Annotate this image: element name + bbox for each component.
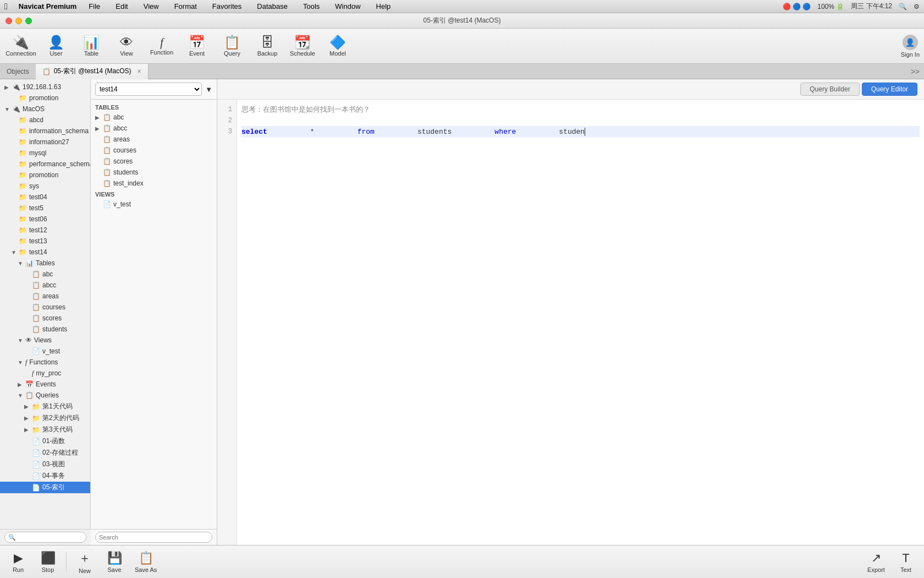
menu-help[interactable]: Help — [373, 1, 394, 12]
middle-table-courses[interactable]: 📋 courses — [91, 145, 217, 156]
menu-tools[interactable]: Tools — [300, 1, 323, 12]
sidebar-item-04-trans[interactable]: 📄 04-事务 — [0, 470, 90, 482]
sidebar-item-queries[interactable]: ▼ 📋 Queries — [0, 390, 90, 401]
sidebar-item-promotion-1[interactable]: 📁 promotion — [0, 92, 90, 103]
editor-area: Query Builder Query Editor 1 2 3 思考：在图书馆… — [217, 79, 924, 545]
expand-icon: ▶ — [24, 427, 31, 433]
menu-favorites[interactable]: Favorites — [209, 1, 245, 12]
sidebar-item-abcd[interactable]: 📁 abcd — [0, 114, 90, 126]
sidebar-item-test13[interactable]: 📁 test13 — [0, 236, 90, 247]
save-button[interactable]: 💾 Save — [101, 549, 128, 575]
tabbar-expand-icon[interactable]: >> — [911, 67, 924, 76]
maximize-button[interactable] — [25, 18, 32, 24]
sidebar-item-03-view[interactable]: 📄 03-视图 — [0, 459, 90, 470]
stop-button[interactable]: ⬛ Stop — [34, 549, 62, 575]
code-editor[interactable]: 1 2 3 思考：在图书馆中是如何找到一本书的？ select * from s… — [217, 100, 924, 545]
sidebar-item-test06[interactable]: 📁 test06 — [0, 214, 90, 225]
sidebar-item-courses[interactable]: 📋 courses — [0, 302, 90, 313]
sign-in-button[interactable]: 👤 Sign In — [901, 35, 920, 58]
sidebar-item-macos[interactable]: ▼ 🔌 MacOS — [0, 103, 90, 114]
run-button[interactable]: ▶ Run — [4, 549, 32, 575]
table-name: students — [417, 128, 452, 136]
sidebar-item-views[interactable]: ▼ 👁 Views — [0, 335, 90, 346]
minimize-button[interactable] — [15, 18, 22, 24]
middle-table-areas[interactable]: 📋 areas — [91, 134, 217, 145]
sidebar-item-day2[interactable]: ▶ 📁 第2天的代码 — [0, 412, 90, 424]
query-builder-tab[interactable]: Query Builder — [800, 83, 859, 96]
sidebar-item-test12[interactable]: 📁 test12 — [0, 225, 90, 236]
middle-table-students[interactable]: 📋 students — [91, 167, 217, 178]
sidebar-item-sys[interactable]: 📁 sys — [0, 181, 90, 192]
model-icon: 🔷 — [329, 36, 346, 49]
menubar-search-icon[interactable]: 🔍 — [899, 3, 907, 10]
bottom-right-buttons: ↗ Export T Text — [862, 549, 920, 575]
sidebar-bottom-search-input[interactable] — [4, 532, 86, 543]
sidebar-item-information-schema[interactable]: 📁 information_schema — [0, 126, 90, 137]
db-select[interactable]: test14 — [95, 83, 202, 96]
middle-search-input[interactable] — [95, 532, 212, 543]
app-name[interactable]: Navicat Premium — [19, 2, 77, 10]
event-button[interactable]: 📅 Event — [180, 31, 213, 62]
menu-file[interactable]: File — [85, 1, 103, 12]
close-button[interactable] — [6, 18, 12, 24]
middle-table-test-index[interactable]: 📋 test_index — [91, 178, 217, 189]
line-num-1: 1 — [217, 104, 237, 115]
menu-view[interactable]: View — [140, 1, 162, 12]
new-button[interactable]: ＋ New — [71, 548, 98, 576]
menubar-gear-icon[interactable]: ⚙ — [914, 3, 920, 10]
sidebar-item-mysql[interactable]: 📁 mysql — [0, 148, 90, 159]
sidebar-item-information27[interactable]: 📁 information27 — [0, 137, 90, 148]
bottom-toolbar: ▶ Run ⬛ Stop ＋ New 💾 Save 📋 Save As ↗ Ex… — [0, 545, 924, 578]
menu-database[interactable]: Database — [254, 1, 291, 12]
sidebar-item-performance-schema[interactable]: 📁 performance_schema — [0, 159, 90, 170]
sidebar-item-05-index[interactable]: 📄 05-索引 — [0, 482, 90, 493]
sidebar-item-02-proc[interactable]: 📄 02-存储过程 — [0, 447, 90, 459]
menu-edit[interactable]: Edit — [112, 1, 131, 12]
stop-label: Stop — [42, 566, 54, 573]
menu-format[interactable]: Format — [171, 1, 200, 12]
sidebar-item-192-163[interactable]: ▶ 🔌 192.168.1.63 — [0, 81, 90, 92]
sidebar-item-tables[interactable]: ▼ 📊 Tables — [0, 258, 90, 269]
middle-table-scores[interactable]: 📋 scores — [91, 156, 217, 167]
menubar-volume: 100% 🔋 — [817, 3, 844, 10]
export-button[interactable]: ↗ Export — [862, 549, 890, 575]
sidebar-item-day1[interactable]: ▶ 📁 第1天代码 — [0, 401, 90, 412]
sidebar-item-students[interactable]: 📋 students — [0, 324, 90, 335]
view-icon: 👁 — [120, 36, 133, 49]
sidebar-item-01-func[interactable]: 📄 01-函数 — [0, 435, 90, 447]
sidebar-item-test5[interactable]: 📁 test5 — [0, 203, 90, 214]
objects-tab[interactable]: Objects — [0, 64, 36, 79]
menu-window[interactable]: Window — [332, 1, 364, 12]
window-title: 05-索引 @test14 (MacOS) — [424, 16, 501, 25]
connection-button[interactable]: 🔌 Connection — [4, 31, 37, 62]
save-as-button[interactable]: 📋 Save As — [130, 549, 161, 575]
function-button[interactable]: f Function — [145, 31, 178, 62]
view-button[interactable]: 👁 View — [110, 31, 143, 62]
tab-close-icon[interactable]: ✕ — [137, 68, 141, 74]
active-tab[interactable]: 📋 05-索引 @test14 (MacOS) ✕ — [36, 64, 148, 79]
middle-table-abc[interactable]: ▶ 📋 abc — [91, 112, 217, 123]
sidebar-item-test04[interactable]: 📁 test04 — [0, 192, 90, 203]
query-editor-tab[interactable]: Query Editor — [862, 83, 917, 96]
model-button[interactable]: 🔷 Model — [321, 31, 354, 62]
sidebar-item-promotion-2[interactable]: 📁 promotion — [0, 170, 90, 181]
sidebar-item-my-proc[interactable]: f my_proc — [0, 368, 90, 379]
sidebar-item-scores[interactable]: 📋 scores — [0, 313, 90, 324]
schedule-button[interactable]: 📆 Schedule — [286, 31, 319, 62]
query-button[interactable]: 📋 Query — [216, 31, 249, 62]
table-button[interactable]: 📊 Table — [75, 31, 108, 62]
sidebar-item-test14[interactable]: ▼ 📁 test14 — [0, 247, 90, 258]
sidebar-item-abcc[interactable]: 📋 abcc — [0, 280, 90, 291]
middle-view-v-test[interactable]: 📄 v_test — [91, 199, 217, 210]
sidebar-item-abc[interactable]: 📋 abc — [0, 269, 90, 280]
text-button[interactable]: T Text — [892, 549, 920, 575]
sidebar-item-v-test[interactable]: 📄 v_test — [0, 346, 90, 357]
middle-table-abcc[interactable]: ▶ 📋 abcc — [91, 123, 217, 134]
backup-button[interactable]: 🗄 Backup — [251, 31, 284, 62]
sidebar-item-functions[interactable]: ▼ f Functions — [0, 357, 90, 368]
code-content[interactable]: 思考：在图书馆中是如何找到一本书的？ select * from student… — [237, 100, 924, 545]
sidebar-item-areas[interactable]: 📋 areas — [0, 291, 90, 302]
sidebar-item-day3[interactable]: ▶ 📁 第3天代码 — [0, 424, 90, 435]
user-button[interactable]: 👤 User — [40, 31, 73, 62]
sidebar-item-events[interactable]: ▶ 📅 Events — [0, 379, 90, 390]
